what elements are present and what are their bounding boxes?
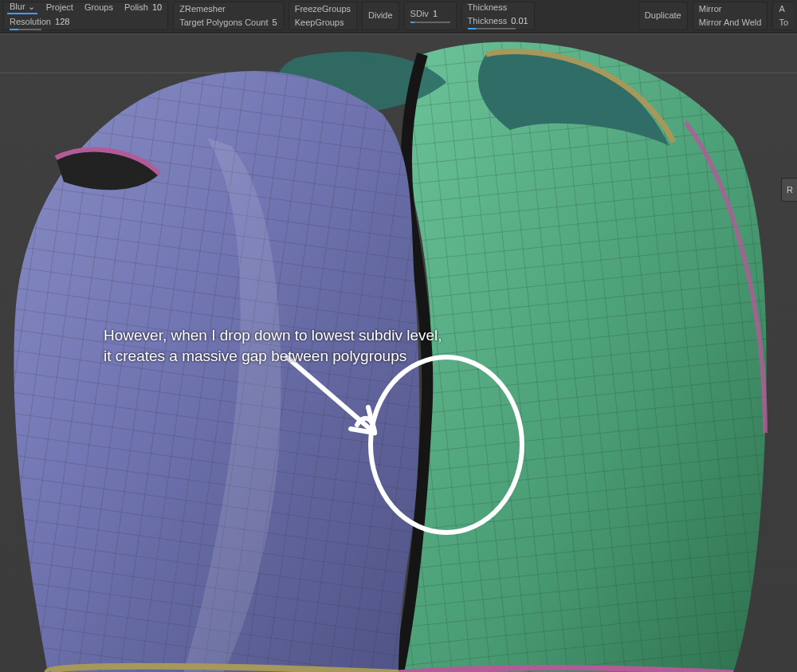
mesh-render: [0, 34, 797, 672]
zremesher-button[interactable]: ZRemesher: [177, 3, 227, 15]
polish-value: 10: [152, 2, 162, 12]
mirror-weld-button[interactable]: Mirror And Weld: [697, 17, 764, 29]
target-polygons-slider[interactable]: Target Polygons Count 5: [177, 17, 279, 29]
thickness-value: 0.01: [511, 16, 528, 26]
sdiv-value: 1: [433, 9, 438, 18]
viewport[interactable]: However, when I drop down to lowest subd…: [0, 33, 797, 672]
project-button[interactable]: Project: [44, 2, 76, 14]
keep-groups-button[interactable]: KeepGroups: [292, 17, 347, 29]
right-edge-label: R: [787, 185, 793, 195]
group-sdiv: SDiv 1: [404, 2, 457, 30]
sdiv-label: SDiv: [410, 9, 429, 18]
group-cut-right: A To: [772, 2, 794, 30]
polish-slider[interactable]: Polish 10: [122, 2, 164, 14]
resolution-slider[interactable]: Resolution 128: [7, 16, 72, 31]
thickness-label: Thickness: [468, 16, 508, 26]
truncated-button-1[interactable]: A: [776, 3, 787, 15]
duplicate-button[interactable]: Duplicate: [642, 10, 684, 22]
resolution-value: 128: [55, 17, 69, 26]
group-polygroups: FreezeGroups KeepGroups: [289, 2, 357, 30]
right-edge-button[interactable]: R: [781, 178, 797, 202]
group-mirror: Mirror Mirror And Weld: [693, 2, 768, 30]
freeze-groups-button[interactable]: FreezeGroups: [292, 3, 353, 15]
blur-button[interactable]: Blur ⌄: [7, 1, 37, 14]
thickness-slider-bar[interactable]: [468, 28, 516, 29]
mirror-button[interactable]: Mirror: [697, 3, 724, 15]
group-zremesher: ZRemesher Target Polygons Count 5: [173, 2, 283, 30]
group-duplicate: Duplicate: [638, 2, 688, 30]
thickness-slider[interactable]: Thickness 0.01: [465, 15, 531, 30]
top-toolbar: Blur ⌄ Project Groups Polish 10 Resoluti…: [0, 0, 797, 33]
sdiv-slider-bar[interactable]: [410, 22, 450, 23]
truncated-button-2[interactable]: To: [776, 17, 791, 29]
resolution-slider-bar[interactable]: [10, 29, 41, 30]
thickness-button[interactable]: Thickness: [465, 2, 510, 14]
groups-button[interactable]: Groups: [82, 2, 116, 14]
sdiv-slider[interactable]: SDiv 1: [408, 8, 453, 23]
resolution-label: Resolution: [10, 17, 51, 26]
group-dynamesh: Blur ⌄ Project Groups Polish 10 Resoluti…: [3, 2, 168, 30]
target-poly-label: Target Polygons Count: [179, 18, 268, 27]
blur-label: Blur: [10, 2, 26, 11]
polish-label: Polish: [124, 2, 148, 12]
chevron-icon: ⌄: [28, 2, 35, 11]
group-divide: Divide: [362, 2, 399, 30]
group-thickness: Thickness Thickness 0.01: [461, 2, 535, 30]
target-poly-value: 5: [273, 18, 277, 27]
divide-button[interactable]: Divide: [366, 10, 395, 22]
